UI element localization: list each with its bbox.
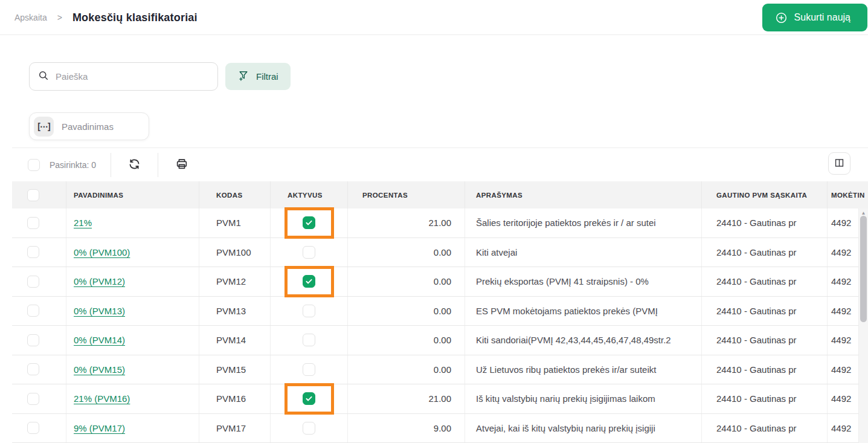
code-cell: PVM100: [199, 238, 271, 267]
column-header-kodas[interactable]: KODAS: [199, 181, 271, 209]
name-filter-label: Pavadinimas: [62, 121, 114, 132]
percent-cell: 0.00: [348, 297, 465, 326]
table-row: 0% (PVM100) PVM100 0.00 Kiti atvejai 244…: [12, 238, 868, 268]
classifier-link[interactable]: 21%: [74, 218, 92, 228]
name-cell: 0% (PVM14): [66, 326, 199, 355]
description-cell: Kiti atvejai: [465, 238, 702, 267]
receivable-account-cell: 24410 - Gautinas pr: [702, 355, 828, 384]
column-settings-button[interactable]: [828, 152, 850, 175]
active-cell: [271, 297, 348, 326]
row-select-cell: [12, 267, 66, 296]
column-header-pavadinimas[interactable]: PAVADINIMAS: [66, 181, 199, 209]
description-cell: Kiti sandoriai(PVMĮ 42,43,44,45,46,47,48…: [465, 326, 702, 355]
name-filter-chip[interactable]: [⋯] Pavadinimas: [29, 112, 149, 140]
code-cell: PVM17: [199, 414, 271, 443]
refresh-button[interactable]: [126, 155, 143, 175]
brackets-dots-icon: [⋯]: [34, 117, 54, 137]
filters-button[interactable]: Filtrai: [225, 63, 291, 90]
description-cell: Atvejai, kai iš kitų valstybių narių pre…: [465, 414, 702, 443]
code-cell: PVM13: [199, 297, 271, 326]
row-checkbox[interactable]: [27, 246, 39, 258]
name-cell: 21%: [66, 209, 199, 238]
column-header-apra-ymas[interactable]: APRAŠYMAS: [465, 181, 702, 209]
plus-circle-icon: [776, 12, 787, 24]
column-header-aktyvus[interactable]: AKTYVUS: [271, 181, 348, 209]
active-checkbox[interactable]: [303, 305, 315, 317]
classifier-link[interactable]: 21% (PVM16): [74, 393, 130, 404]
refresh-icon: [128, 158, 141, 172]
classifier-link[interactable]: 0% (PVM15): [74, 364, 125, 375]
check-icon: [305, 395, 313, 403]
active-checkbox[interactable]: [303, 275, 315, 288]
row-checkbox[interactable]: [27, 334, 39, 346]
table-row: 0% (PVM14) PVM14 0.00 Kiti sandoriai(PVM…: [12, 326, 868, 355]
create-new-label: Sukurti naują: [794, 12, 850, 23]
row-select-cell: [12, 326, 66, 355]
vertical-scrollbar[interactable]: ▲: [858, 209, 868, 443]
name-cell: 0% (PVM12): [66, 267, 199, 296]
search-icon: [38, 70, 49, 83]
table-body: 21% PVM1 21.00 Šalies teritorijoje patie…: [12, 209, 868, 443]
classifier-link[interactable]: 9% (PVM17): [74, 423, 125, 433]
active-checkbox[interactable]: [303, 392, 315, 405]
receivable-account-cell: 24410 - Gautinas pr: [702, 209, 828, 238]
percent-cell: 0.00: [348, 267, 465, 296]
row-checkbox[interactable]: [27, 363, 39, 375]
receivable-account-cell: 24410 - Gautinas pr: [702, 414, 828, 443]
percent-cell: 9.00: [348, 414, 465, 443]
row-checkbox[interactable]: [27, 422, 39, 434]
active-cell: [271, 238, 348, 267]
name-cell: 21% (PVM16): [66, 384, 199, 413]
top-bar: Apskaita > Mokesčių klasifikatoriai Suku…: [0, 0, 868, 35]
active-cell: [271, 414, 348, 443]
column-header-mok-tin[interactable]: MOKĖTIN: [828, 181, 868, 209]
row-checkbox[interactable]: [27, 217, 39, 229]
active-checkbox[interactable]: [303, 422, 315, 435]
active-checkbox[interactable]: [303, 334, 315, 346]
row-checkbox[interactable]: [27, 305, 39, 317]
classifier-link[interactable]: 0% (PVM13): [74, 306, 125, 316]
active-cell: [271, 355, 348, 384]
description-cell: Iš kitų valstybių narių prekių įsigijima…: [465, 384, 702, 413]
select-all-toolbar-checkbox[interactable]: [28, 159, 40, 171]
percent-cell: 21.00: [348, 209, 465, 238]
column-header-procentas[interactable]: PROCENTAS: [348, 181, 465, 209]
create-new-button[interactable]: Sukurti naują: [762, 4, 867, 31]
active-checkbox[interactable]: [303, 246, 315, 259]
table-row: 9% (PVM17) PVM17 9.00 Atvejai, kai iš ki…: [12, 414, 868, 443]
row-checkbox[interactable]: [27, 393, 39, 405]
active-checkbox[interactable]: [303, 216, 315, 229]
divider: [111, 153, 111, 177]
print-button[interactable]: [173, 155, 191, 175]
receivable-account-cell: 24410 - Gautinas pr: [702, 384, 828, 413]
breadcrumb-link-apskaita[interactable]: Apskaita: [14, 13, 47, 22]
percent-cell: 0.00: [348, 355, 465, 384]
search-input[interactable]: [56, 71, 209, 82]
tax-classifiers-page: Apskaita > Mokesčių klasifikatoriai Suku…: [0, 0, 868, 443]
select-all-checkbox[interactable]: [27, 189, 39, 201]
breadcrumb: Apskaita > Mokesčių klasifikatoriai: [14, 0, 198, 35]
search-box[interactable]: [29, 62, 218, 91]
active-checkbox[interactable]: [303, 363, 315, 376]
receivable-account-cell: 24410 - Gautinas pr: [702, 267, 828, 296]
row-select-cell: [12, 238, 66, 267]
check-icon: [305, 277, 313, 285]
scroll-up-arrow-icon[interactable]: ▲: [859, 209, 868, 216]
classifier-link[interactable]: 0% (PVM12): [74, 276, 125, 286]
row-checkbox[interactable]: [27, 276, 39, 288]
description-cell: Už Lietuvos ribų patiektos prekės ir/ar …: [465, 355, 702, 384]
code-cell: PVM16: [199, 384, 271, 413]
column-header-gautino-pvm-s-skaita[interactable]: GAUTINO PVM SĄSKAITA: [702, 181, 828, 209]
row-select-cell: [12, 297, 66, 326]
table-toolbar: Pasirinkta: 0: [12, 147, 868, 181]
active-cell: [271, 267, 348, 296]
code-cell: PVM15: [199, 355, 271, 384]
percent-cell: 0.00: [348, 326, 465, 355]
row-select-cell: [12, 384, 66, 413]
classifier-link[interactable]: 0% (PVM14): [74, 335, 125, 345]
classifier-link[interactable]: 0% (PVM100): [74, 247, 130, 257]
classifiers-table: PAVADINIMASKODASAKTYVUSPROCENTASAPRAŠYMA…: [12, 181, 868, 443]
scrollbar-thumb[interactable]: [860, 216, 867, 322]
row-select-cell: [12, 414, 66, 443]
active-cell: [271, 209, 348, 238]
